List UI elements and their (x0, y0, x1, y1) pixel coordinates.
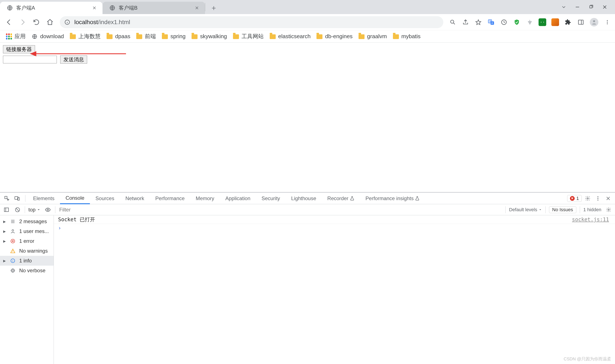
profile-avatar[interactable] (590, 18, 598, 26)
new-tab-button[interactable] (208, 2, 220, 14)
flask-icon (350, 196, 354, 201)
tab-search-icon[interactable] (560, 4, 567, 11)
forward-icon[interactable] (18, 18, 27, 26)
device-toggle-icon[interactable] (13, 194, 21, 203)
folder-icon (192, 34, 198, 39)
bookmark-folder-9[interactable]: graalvm (359, 33, 387, 40)
svg-point-13 (607, 22, 608, 22)
connect-server-button[interactable]: 链接服务器 (3, 45, 35, 53)
send-message-button[interactable]: 发送消息 (60, 55, 87, 64)
reload-icon[interactable] (32, 18, 40, 26)
sidebar-row-error[interactable]: ▸ 1 error (0, 236, 53, 246)
star-icon[interactable] (474, 18, 482, 26)
tab-client-b[interactable]: 客户端B (103, 2, 205, 14)
sidebar-row-verbose[interactable]: No verbose (0, 266, 53, 275)
site-info-icon[interactable] (64, 19, 70, 26)
bookmark-folder-10[interactable]: mybatis (393, 33, 421, 40)
bookmark-label: spring (170, 33, 186, 40)
tab-recorder[interactable]: Recorder (322, 193, 360, 204)
extension-icon-1[interactable] (526, 18, 534, 26)
tab-perf-insights[interactable]: Performance insights (360, 193, 425, 204)
shield-icon[interactable] (513, 18, 521, 26)
bookmark-folder-1[interactable]: 上海数慧 (70, 33, 101, 40)
svg-point-25 (598, 198, 598, 199)
more-menu-icon[interactable] (594, 194, 602, 203)
bookmark-folder-5[interactable]: skywalking (192, 33, 227, 40)
bookmark-folder-2[interactable]: dpaas (107, 33, 130, 40)
home-icon[interactable] (46, 18, 54, 26)
separator (55, 206, 55, 213)
bookmark-label: elasticsearch (278, 33, 311, 40)
window-minimize-icon[interactable] (574, 4, 581, 11)
window-close-icon[interactable] (601, 4, 608, 11)
tab-application[interactable]: Application (220, 193, 256, 204)
no-issues-chip[interactable]: No Issues (549, 206, 576, 213)
globe-icon (7, 5, 13, 11)
share-icon[interactable] (462, 18, 469, 26)
svg-rect-10 (578, 20, 583, 24)
tab-network[interactable]: Network (120, 193, 150, 204)
message-input[interactable] (3, 56, 57, 63)
folder-icon (317, 34, 322, 39)
console-sidebar: ▸ 2 messages ▸ 1 user mes... ▸ 1 error N… (0, 215, 54, 364)
sidebar-row-user[interactable]: ▸ 1 user mes... (0, 226, 53, 236)
settings-gear-icon[interactable] (583, 194, 592, 203)
folder-icon (233, 34, 239, 39)
tab-sources[interactable]: Sources (90, 193, 120, 204)
svg-point-4 (451, 20, 454, 23)
sidebar-row-info[interactable]: ▸ 1 info (0, 256, 53, 266)
console-settings-gear-icon[interactable] (605, 206, 613, 214)
console-prompt[interactable]: › (54, 224, 615, 232)
extension-icon-3[interactable] (551, 18, 559, 26)
bookmark-folder-8[interactable]: db-engines (317, 33, 353, 40)
watermark-text: CSDN @只因为你而温柔 (563, 356, 611, 362)
history-icon[interactable] (500, 18, 508, 26)
sidebar-row-warnings[interactable]: No warnings (0, 246, 53, 256)
bookmark-folder-7[interactable]: elasticsearch (270, 33, 311, 40)
devtools-close-icon[interactable] (604, 194, 613, 203)
search-icon[interactable] (449, 18, 456, 26)
tab-elements[interactable]: Elements (27, 193, 60, 204)
bookmark-download[interactable]: download (32, 33, 64, 40)
sidebar-toggle-icon[interactable] (2, 206, 10, 214)
console-toolbar: top Default levels No Issues 1 hidden (0, 204, 615, 215)
context-selector[interactable]: top (28, 207, 40, 213)
back-icon[interactable] (5, 18, 13, 26)
kebab-menu-icon[interactable] (603, 18, 611, 26)
tab-title: 客户端B (119, 4, 190, 11)
log-levels-selector[interactable]: Default levels (509, 207, 542, 212)
translate-icon[interactable]: 文A (487, 18, 495, 26)
svg-text:文: 文 (489, 20, 492, 23)
clear-console-icon[interactable] (14, 206, 21, 214)
tab-console[interactable]: Console (60, 193, 90, 204)
error-pill[interactable]: ✕ 1 (567, 195, 582, 202)
console-source-link[interactable]: socket.js:11 (572, 217, 609, 222)
tab-client-a[interactable]: 客户端A (0, 2, 103, 14)
tab-security[interactable]: Security (256, 193, 286, 204)
tab-performance[interactable]: Performance (150, 193, 190, 204)
separator (545, 206, 546, 213)
tab-close-icon[interactable] (194, 5, 200, 11)
bookmark-folder-3[interactable]: 前端 (136, 33, 156, 40)
warning-icon (9, 247, 16, 254)
filter-input[interactable] (59, 207, 502, 213)
extensions-puzzle-icon[interactable] (564, 18, 572, 26)
tab-memory[interactable]: Memory (190, 193, 220, 204)
apps-button[interactable]: 应用 (6, 33, 26, 40)
bookmark-folder-4[interactable]: spring (162, 33, 186, 40)
nav-buttons (5, 18, 54, 26)
omnibox[interactable]: localhost/index1.html (60, 16, 443, 28)
svg-point-24 (598, 196, 598, 197)
svg-point-29 (47, 209, 49, 210)
extension-icon-2[interactable] (538, 18, 546, 26)
svg-point-23 (587, 198, 588, 199)
inspect-icon[interactable] (2, 194, 11, 203)
live-expression-eye-icon[interactable] (44, 206, 52, 214)
window-maximize-icon[interactable] (588, 4, 594, 11)
bookmark-folder-6[interactable]: 工具网站 (233, 33, 264, 40)
console-line[interactable]: Socket 已打开 socket.js:11 (54, 215, 615, 224)
tab-lighthouse[interactable]: Lighthouse (285, 193, 321, 204)
tab-close-icon[interactable] (91, 5, 97, 11)
sidepanel-icon[interactable] (577, 18, 585, 26)
sidebar-row-messages[interactable]: ▸ 2 messages (0, 217, 53, 226)
